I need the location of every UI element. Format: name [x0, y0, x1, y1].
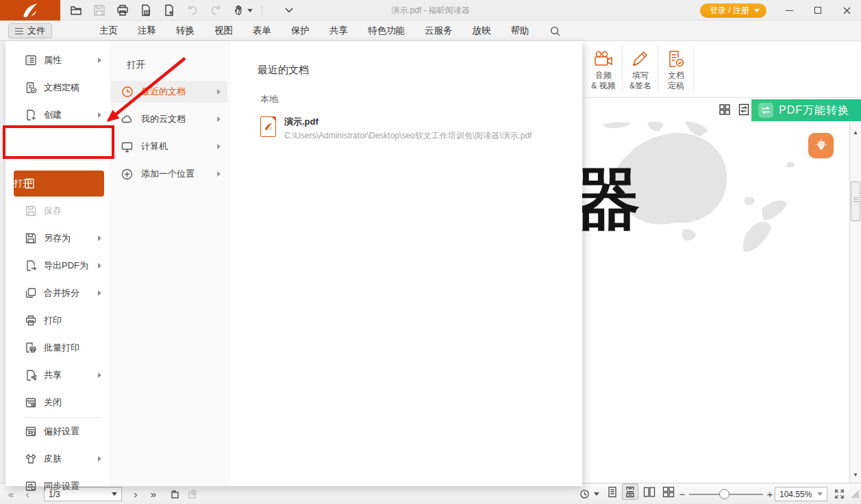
ribbon-doc-finalize-button[interactable]: 文档定稿: [659, 45, 693, 91]
scrollbar-thumb[interactable]: [851, 181, 860, 221]
next-view-button[interactable]: [185, 483, 200, 504]
facing-pages-icon: [643, 486, 656, 498]
print-menu-icon: [24, 314, 37, 327]
pdf-file-icon: [260, 116, 276, 137]
ribbon-label: & 视频: [586, 81, 621, 91]
file-menu-item-share[interactable]: 共享: [5, 362, 110, 389]
save-as-icon: [24, 232, 37, 245]
submenu-arrow-icon: [217, 116, 221, 122]
close-icon: [843, 7, 851, 14]
recent-file-item[interactable]: 演示.pdf C:\Users\Administrator\Desktop\se…: [260, 116, 532, 142]
tips-bulb-button[interactable]: [808, 133, 834, 158]
minimize-button[interactable]: [775, 0, 803, 21]
menu-tab-protect[interactable]: 保护: [291, 25, 310, 37]
zoom-level-dropdown[interactable]: 104.55%: [775, 487, 827, 501]
menu-tab-comment[interactable]: 注释: [138, 25, 156, 37]
submenu-arrow-icon: [217, 171, 221, 177]
previous-view-button[interactable]: [167, 483, 182, 504]
menu-tab-view[interactable]: 视图: [214, 25, 233, 37]
open-item-computer[interactable]: 计算机: [111, 136, 227, 158]
file-menu-item-merge-split[interactable]: 合并拆分: [5, 279, 110, 307]
single-page-view-button[interactable]: [604, 483, 621, 500]
rotate-view-button[interactable]: [577, 483, 591, 504]
hand-tool-icon[interactable]: [232, 3, 253, 18]
reflow-icon[interactable]: [737, 103, 751, 116]
print-current-page-icon[interactable]: [138, 3, 153, 18]
print-icon[interactable]: [115, 3, 130, 18]
file-menu-label: 合并拆分: [44, 287, 79, 299]
file-menu-item-properties[interactable]: 属性: [5, 47, 110, 74]
properties-icon: [24, 54, 37, 67]
file-menu-item-sync-settings[interactable]: 同步设置: [5, 473, 110, 500]
ribbon-fill-sign-button[interactable]: 填写&签名: [623, 45, 658, 91]
fullscreen-button[interactable]: [832, 483, 847, 504]
hand-tool-dropdown-icon[interactable]: [247, 9, 253, 12]
menu-tab-present[interactable]: 放映: [473, 25, 491, 37]
open-item-label: 计算机: [141, 140, 168, 153]
submenu-arrow-icon: [217, 89, 221, 94]
undo-icon[interactable]: [185, 3, 200, 18]
foxit-logo[interactable]: [0, 0, 60, 21]
file-menu-item-open[interactable]: 打开: [14, 171, 104, 197]
recent-documents-title: 最近的文档: [258, 64, 309, 77]
redo-icon[interactable]: [208, 3, 223, 18]
login-label: 登录 / 注册: [710, 5, 749, 16]
file-menu-label: 关闭: [44, 396, 62, 409]
file-menu-item-export-pdf[interactable]: 导出PDF为: [5, 252, 110, 279]
maximize-button[interactable]: [803, 0, 832, 21]
open-item-add-a-place[interactable]: 添加一个位置: [111, 163, 227, 185]
resize-grip[interactable]: [849, 483, 860, 504]
submenu-arrow-icon: [98, 373, 101, 378]
file-menu-item-close[interactable]: 关闭: [5, 389, 110, 416]
menu-tab-convert[interactable]: 转换: [176, 25, 195, 37]
file-menu-item-print[interactable]: 打印: [5, 307, 110, 334]
zoom-in-button[interactable]: +: [764, 483, 775, 504]
open-file-icon[interactable]: [68, 3, 84, 18]
open-item-recent-documents[interactable]: 最近的文档: [111, 81, 227, 103]
menu-tab-home[interactable]: 主页: [99, 25, 118, 37]
vertical-scrollbar[interactable]: ▲ ▼: [849, 121, 861, 483]
file-menu-item-save: 保存: [5, 197, 110, 225]
open-item-cloud-documents[interactable]: 我的云文档: [111, 108, 227, 130]
close-button[interactable]: [832, 0, 861, 21]
file-menu-item-preferences[interactable]: 偏好设置: [5, 418, 110, 445]
file-menu-item-doc-finalize[interactable]: 文档定稿: [5, 74, 110, 101]
document-canvas[interactable]: 器: [582, 121, 849, 483]
new-document-icon[interactable]: [162, 3, 177, 18]
menu-tab-features[interactable]: 特色功能: [368, 25, 405, 37]
file-menu-item-batch-print[interactable]: 批量打印: [5, 334, 110, 362]
continuous-view-button[interactable]: [622, 483, 638, 500]
zoom-slider-thumb[interactable]: [719, 489, 729, 499]
file-menu-item-save-as[interactable]: 另存为: [5, 225, 110, 252]
ribbon-audio-video-button[interactable]: 音频& 视频: [586, 45, 621, 91]
rotate-view-dropdown-icon[interactable]: [592, 483, 601, 504]
window-controls: [775, 0, 861, 21]
menu-tab-form[interactable]: 表单: [253, 25, 271, 37]
open-item-label: 最近的文档: [141, 86, 186, 98]
plus-circle-icon: [121, 168, 134, 181]
zoom-out-button[interactable]: −: [677, 483, 688, 504]
zoom-level-caret-icon: [817, 492, 823, 496]
facing-pages-view-button[interactable]: [641, 483, 658, 500]
login-button[interactable]: 登录 / 注册: [700, 3, 766, 18]
last-page-button[interactable]: »: [147, 483, 160, 504]
menu-tab-share[interactable]: 共享: [329, 25, 348, 37]
file-menu-item-create[interactable]: 创建: [5, 101, 110, 129]
search-icon[interactable]: [549, 25, 561, 37]
file-menu-label: 属性: [44, 54, 62, 66]
menu-tab-cloud[interactable]: 云服务: [425, 25, 453, 37]
hamburger-icon: [15, 28, 23, 34]
next-page-button[interactable]: ›: [130, 483, 141, 504]
foxit-reader-window: 演示.pdf - 福昕阅读器 登录 / 注册 文件 主页 注释 转换 视图 表单…: [0, 0, 861, 504]
pdf-convert-button[interactable]: PDF万能转换: [751, 99, 861, 121]
file-menu-label: 文档定稿: [44, 81, 79, 94]
scroll-down-icon[interactable]: ▼: [850, 469, 861, 480]
save-icon[interactable]: [92, 3, 107, 18]
menu-file-button[interactable]: 文件: [8, 23, 52, 38]
grid-view-icon[interactable]: [718, 103, 732, 116]
grid-pages-view-button[interactable]: [660, 483, 677, 500]
scroll-up-icon[interactable]: ▲: [850, 127, 861, 138]
file-menu-item-skin[interactable]: 皮肤: [5, 445, 110, 473]
page-fold-icon: [271, 116, 276, 121]
menu-tab-help[interactable]: 帮助: [511, 25, 529, 37]
